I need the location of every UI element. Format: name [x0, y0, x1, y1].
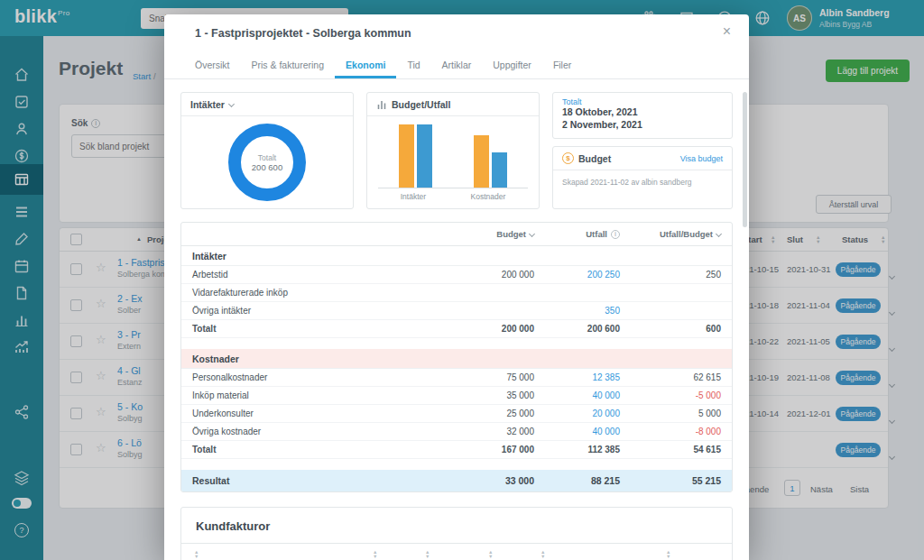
outcome-link[interactable]: 12 385: [534, 372, 620, 382]
outcome-bar: [492, 152, 507, 188]
tab-ekonomi[interactable]: Ekonomi: [335, 52, 396, 78]
modal-title: 1 - Fastprisprojektet - Solberga kommun: [195, 27, 411, 40]
tab-uppgifter[interactable]: Uppgifter: [482, 52, 542, 78]
visa-budget-link[interactable]: Visa budget: [680, 154, 723, 163]
outcome-bar: [417, 124, 432, 188]
budget-card-header: $ Budget Visa budget: [553, 147, 732, 170]
result-row: Resultat 33 000 88 215 55 215: [181, 470, 732, 491]
chevron-down-icon: [716, 231, 722, 237]
tab-pris-fakturering[interactable]: Pris & fakturering: [241, 52, 336, 78]
income-card-title: Intäkter: [190, 99, 225, 110]
budget-bar: [474, 135, 489, 188]
economy-total-row: Totalt 200 000 200 600 600: [181, 320, 732, 338]
invoices-column-header[interactable]: ▲ ▼: [488, 550, 493, 558]
invoices-column-header[interactable]: ▲ ▼: [541, 550, 545, 558]
bar-group-intakter: [399, 124, 432, 188]
outcome-link[interactable]: 20 000: [534, 409, 620, 418]
application-window: blikkPro AS Albin Sandberg Albins Bygg A…: [0, 0, 924, 560]
section-header-kostnader: Kostnader: [181, 349, 732, 369]
economy-table: Budget Utfalli Utfall/Budget Intäkter Ar…: [180, 222, 733, 492]
modal-header: 1 - Fastprisprojektet - Solberga kommun …: [164, 14, 749, 52]
income-donut-chart: Totalt 200 600: [228, 124, 306, 201]
economy-row: Vidarefakturerade inköp: [181, 284, 732, 302]
budget-outcome-bar-chart: [378, 124, 528, 188]
economy-row: Inköp material 35 000 40 000 -5 000: [181, 387, 732, 405]
period-totalt-link[interactable]: Totalt: [562, 97, 723, 106]
modal-scrollbar[interactable]: [743, 92, 747, 227]
chevron-down-icon: [228, 101, 235, 107]
close-icon[interactable]: ×: [723, 23, 731, 40]
budget-card-title: Budget: [578, 153, 611, 164]
period-card: Totalt 18 Oktober, 2021 2 November, 2021: [552, 92, 733, 139]
column-header-budget[interactable]: Budget: [448, 229, 534, 239]
budget-coin-icon: $: [562, 152, 574, 164]
budget-card: $ Budget Visa budget Skapad 2021-11-02 a…: [552, 146, 733, 209]
column-header-utfall[interactable]: Utfalli: [534, 229, 620, 239]
invoices-column-header[interactable]: ▲ ▼: [373, 550, 377, 558]
outcome-link[interactable]: 350: [534, 306, 620, 316]
economy-row: Arbetstid 200 000 200 250 250: [181, 266, 732, 284]
invoices-table-header: ▲ ▼ ▲ ▼ ▲ ▼ ▲ ▼ ▲ ▼ ▲ ▼: [181, 543, 732, 560]
period-date-from: 18 Oktober, 2021: [562, 106, 723, 119]
outcome-link[interactable]: 40 000: [534, 427, 620, 436]
economy-row: Övriga kostnader 32 000 40 000 -8 000: [181, 423, 732, 441]
invoices-column-header[interactable]: ▲ ▼: [425, 550, 430, 558]
tab-artiklar[interactable]: Artiklar: [431, 52, 483, 78]
info-icon: i: [611, 230, 620, 239]
invoices-column-header[interactable]: ▲ ▼: [194, 550, 199, 558]
economy-row: Underkonsulter 25 000 20 000 5 000: [181, 405, 732, 423]
income-card: Intäkter Totalt 200 600: [180, 92, 354, 209]
economy-row: Personalkostnader 75 000 12 385 62 615: [181, 369, 732, 387]
economy-row: Övriga intäkter 350: [181, 302, 732, 320]
bar-group-kostnader: [474, 135, 507, 188]
invoices-card: Kundfakturor ▲ ▼ ▲ ▼ ▲ ▼ ▲ ▼ ▲ ▼ ▲ ▼: [180, 507, 733, 560]
budget-outcome-card: Budget/Utfall: [366, 92, 540, 209]
invoices-title: Kundfakturor: [181, 508, 732, 543]
tab-filer[interactable]: Filer: [542, 52, 582, 78]
bar-chart-icon: [376, 99, 387, 110]
income-card-header[interactable]: Intäkter: [181, 93, 353, 116]
outcome-link[interactable]: 40 000: [534, 390, 620, 400]
budget-created-text: Skapad 2021-11-02 av albin sandberg: [553, 170, 732, 194]
modal-tabs: Översikt Pris & fakturering Ekonomi Tid …: [164, 52, 749, 79]
section-header-intakter: Intäkter: [181, 246, 732, 266]
budget-outcome-card-title: Budget/Utfall: [392, 99, 450, 110]
donut-center-label: Totalt: [258, 153, 276, 162]
budget-outcome-card-header: Budget/Utfall: [367, 93, 539, 116]
tab-tid[interactable]: Tid: [396, 52, 430, 78]
invoices-column-header[interactable]: ▲ ▼: [666, 550, 670, 558]
modal-body: Intäkter Totalt 200 600 Budget/Utfall: [164, 79, 749, 560]
project-details-modal: 1 - Fastprisprojektet - Solberga kommun …: [164, 14, 749, 560]
donut-center-value: 200 600: [252, 162, 282, 172]
period-date-to: 2 November, 2021: [562, 119, 723, 132]
economy-table-header: Budget Utfalli Utfall/Budget: [181, 223, 732, 246]
bar-chart-labels: Intäkter Kostnader: [378, 192, 528, 201]
column-header-utfall-budget[interactable]: Utfall/Budget: [620, 229, 721, 239]
economy-total-row: Totalt 167 000 112 385 54 615: [181, 441, 732, 459]
outcome-link[interactable]: 200 250: [534, 270, 620, 280]
budget-bar: [399, 124, 414, 188]
tab-oversikt[interactable]: Översikt: [184, 52, 241, 78]
